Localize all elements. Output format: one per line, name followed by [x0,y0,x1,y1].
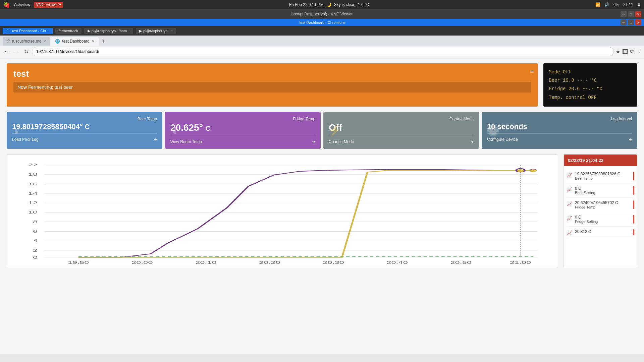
tab-notes-close[interactable]: ✕ [43,39,46,44]
svg-text:18: 18 [28,172,38,176]
extension1-button[interactable]: 🔲 [622,49,628,54]
chromium-title-label: test Dashboard - Chromium [299,20,344,24]
taskbar-terminal2-label: pi@raspberrypi: ~ [143,29,172,33]
maximize-button[interactable]: □ [628,11,634,17]
data-panel-header: 02/22/19 21:04:22 [564,155,637,166]
device-menu-icon[interactable]: ≡ [530,67,534,75]
data-row-fridge-temp-bar [633,200,634,209]
menu-button[interactable]: ⋮ [637,49,641,54]
svg-text:6: 6 [33,229,38,233]
network-icon: 📶 [595,2,600,7]
data-row-fridge-setting-bar [633,215,634,224]
forward-button[interactable]: → [13,48,21,55]
minimize-button[interactable]: ─ [621,11,627,17]
close-window-button[interactable]: ✕ [635,11,641,17]
fridge-temp-unit: C [206,125,210,132]
fridge-temp-value: 20.625° C [170,123,315,133]
device-header: test ≡ Now Fermenting: test beer Mode Of… [7,63,637,107]
window-controls[interactable]: ─ □ ✕ [621,11,641,17]
svg-text:14: 14 [28,191,38,195]
window-titlebar: brewpi (raspberrypi) - VNC Viewer ─ □ ✕ [0,9,644,19]
reload-button[interactable]: ↻ [23,48,30,56]
activities-label[interactable]: Activities [14,2,30,7]
data-row-beer-setting: 📈 0 C Beer Setting [567,183,634,198]
new-tab-button[interactable]: + [99,37,108,46]
weather-label: Sky is clear, -1.6 °C [334,2,369,7]
load-prior-log-label: Load Prior Log [12,137,39,142]
fermenting-label: Now Fermenting: test beer [13,82,531,93]
browser-chrome: 🔵 test Dashboard - Chr... fermentrack ▶ … [0,26,644,58]
weather-icon: 🌙 [326,2,331,7]
data-row-extra-content: 20.812 C [575,229,630,234]
chart-area: 0 2 4 6 8 10 12 14 16 18 22 19:50 20:00 … [7,154,637,268]
data-row-beer-temp-bar [633,172,634,180]
svg-text:20:50: 20:50 [450,260,472,264]
device-lcd: Mode Off Beer 19.8 --.- °C Fridge 20.6 -… [543,63,637,107]
tab-dashboard[interactable]: 🌐 test Dashboard ✕ [51,37,98,46]
chromium-title-bar: test Dashboard - Chromium ─ □ ✕ [0,19,644,26]
data-row-beer-temp-content: 19.8225673939801826 C Beer Temp [575,172,630,180]
beer-temp-action[interactable]: Load Prior Log ➜ [12,133,157,142]
taskbar-chromium[interactable]: 🔵 test Dashboard - Chr... [3,28,53,34]
chromium-maximize[interactable]: □ [628,19,634,25]
log-interval-value: 10 seconds [487,123,632,131]
beer-temp-card: 🌡 Beer Temp 19.80197285850404° C Load Pr… [7,112,162,149]
address-input[interactable] [32,47,614,56]
address-bar-row: ← → ↻ ★ 🔲 🛡 ⋮ [0,46,644,58]
extension2-button[interactable]: 🛡 [630,49,635,54]
window-title: brewpi (raspberrypi) - VNC Viewer [291,12,353,16]
tab-notes-label: fuscus/notes.md [12,39,41,44]
lcd-line1: Mode Off [549,68,632,76]
taskbar-terminal2[interactable]: ▶ pi@raspberrypi: ~ [136,28,176,34]
view-room-temp-arrow: ➜ [312,139,315,144]
data-row-fridge-temp-content: 20.624994196455702 C Fridge Temp [575,200,630,209]
configure-device-action[interactable]: Configure Device ➜ [487,133,632,142]
change-mode-arrow: ➜ [470,139,474,144]
data-panel: 02/22/19 21:04:22 📈 19.8225673939801826 … [564,154,637,268]
bookmark-button[interactable]: ★ [616,49,620,54]
device-name-card: test ≡ Now Fermenting: test beer [7,63,538,107]
data-row-beer-setting-content: 0 C Beer Setting [575,186,630,195]
data-row-fridge-setting-icon: 📈 [567,216,572,221]
lcd-line3: Fridge 20.6 --.- °C [549,85,632,93]
page-content: test ≡ Now Fermenting: test beer Mode Of… [0,58,644,354]
tab-dashboard-close[interactable]: ✕ [92,39,95,44]
fridge-temp-action[interactable]: View Room Temp ➜ [170,136,315,144]
os-bar-left: 🍓 Activities VNC Viewer ▾ [3,2,63,8]
back-button[interactable]: ← [3,48,11,55]
vnc-label[interactable]: VNC Viewer ▾ [34,2,63,8]
data-row-fridge-setting-content: 0 C Fridge Setting [575,215,630,224]
data-row-beer-setting-value: 0 C [575,186,630,191]
os-bar-center: Fri Feb 22 9:11 PM 🌙 Sky is clear, -1.6 … [289,2,369,7]
fridge-temp-label: Fridge Temp [170,117,315,121]
svg-text:20:30: 20:30 [323,260,344,264]
taskbar-terminal1[interactable]: ▶ pi@raspberrypi: /hom... [84,28,133,34]
data-row-fridge-temp: 📈 20.624994196455702 C Fridge Temp [567,198,634,212]
volume-icon: 🔊 [604,2,609,7]
battery-label: 6% [613,2,619,7]
data-row-fridge-temp-value: 20.624994196455702 C [575,200,630,205]
svg-text:20:00: 20:00 [131,260,153,264]
data-row-extra-value: 20.812 C [575,229,630,234]
svg-text:20:40: 20:40 [386,260,408,264]
chromium-minimize[interactable]: ─ [621,19,627,25]
data-row-fridge-setting-label: Fridge Setting [575,220,630,224]
chart-container: 0 2 4 6 8 10 12 14 16 18 22 19:50 20:00 … [7,154,558,268]
taskbar-fermentrack[interactable]: fermentrack [55,28,82,34]
control-mode-value: Off [329,123,474,133]
tab-dashboard-label: test Dashboard [62,39,89,44]
control-mode-label: Control Mode [329,117,474,121]
tab-notes[interactable]: ⬡ fuscus/notes.md ✕ [3,37,50,46]
taskbar-chromium-label: test Dashboard - Chr... [12,29,49,33]
terminal1-icon: ▶ [88,29,90,33]
svg-text:22: 22 [28,163,38,167]
change-mode-action[interactable]: Change Mode ➜ [329,136,474,144]
fridge-temp-card: 🌡 Fridge Temp 20.625° C View Room Temp ➜ [165,112,321,149]
data-row-fridge-temp-icon: 📈 [567,201,572,206]
beer-temp-label: Beer Temp [12,117,157,121]
raspberry-icon[interactable]: 🍓 [3,2,10,8]
svg-text:19:50: 19:50 [68,260,89,264]
chromium-close[interactable]: ✕ [635,19,641,25]
metric-cards: 🌡 Beer Temp 19.80197285850404° C Load Pr… [7,112,637,149]
data-row-fridge-temp-label: Fridge Temp [575,205,630,209]
